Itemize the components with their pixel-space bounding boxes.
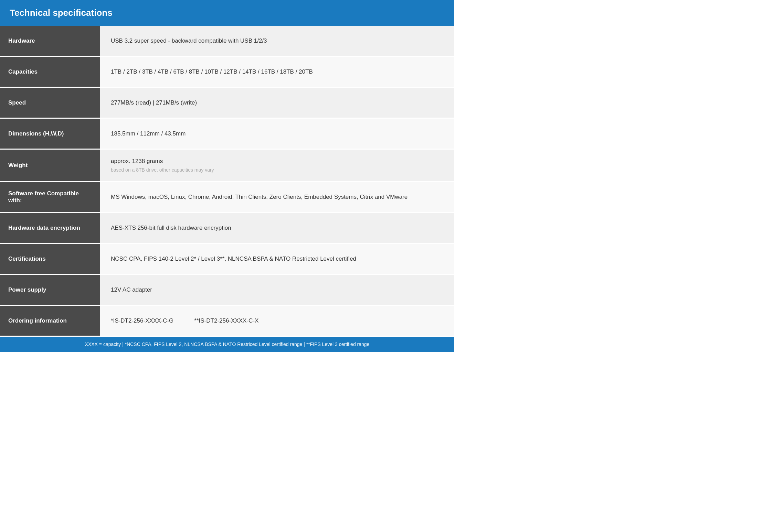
label-certifications: Certifications	[0, 244, 100, 274]
ordering-col2: **IS-DT2-256-XXXX-C-X	[194, 317, 258, 324]
value-capacities: 1TB / 2TB / 3TB / 4TB / 6TB / 8TB / 10TB…	[100, 57, 454, 87]
value-main-power: 12V AC adapter	[111, 286, 152, 294]
specs-row-ordering: Ordering information*IS-DT2-256-XXXX-C-G…	[0, 306, 454, 337]
page-title: Technical specifications	[10, 8, 113, 18]
value-power: 12V AC adapter	[100, 275, 454, 305]
value-speed: 277MB/s (read) | 271MB/s (write)	[100, 88, 454, 118]
value-encryption: AES-XTS 256-bit full disk hardware encry…	[100, 213, 454, 243]
value-certifications: NCSC CPA, FIPS 140-2 Level 2* / Level 3*…	[100, 244, 454, 274]
label-encryption: Hardware data encryption	[0, 213, 100, 243]
specs-row-hardware: HardwareUSB 3.2 super speed - backward c…	[0, 26, 454, 57]
value-hardware: USB 3.2 super speed - backward compatibl…	[100, 26, 454, 56]
value-main-weight: approx. 1238 grams	[111, 157, 214, 165]
ordering-col1: *IS-DT2-256-XXXX-C-G	[111, 317, 173, 324]
specs-row-certifications: CertificationsNCSC CPA, FIPS 140-2 Level…	[0, 244, 454, 275]
specs-row-dimensions: Dimensions (H,W,D)185.5mm / 112mm / 43.5…	[0, 119, 454, 150]
label-hardware: Hardware	[0, 26, 100, 56]
value-main-software: MS Windows, macOS, Linux, Chrome, Androi…	[111, 193, 408, 201]
ordering-values: *IS-DT2-256-XXXX-C-G**IS-DT2-256-XXXX-C-…	[111, 317, 258, 324]
value-weight: approx. 1238 gramsbased on a 8TB drive, …	[100, 150, 454, 181]
value-main-hardware: USB 3.2 super speed - backward compatibl…	[111, 37, 267, 45]
label-ordering: Ordering information	[0, 306, 100, 336]
label-dimensions: Dimensions (H,W,D)	[0, 119, 100, 149]
specs-row-software: Software free Compatible with:MS Windows…	[0, 182, 454, 213]
footer-text: XXXX = capacity | *NCSC CPA, FIPS Level …	[85, 341, 370, 347]
value-main-capacities: 1TB / 2TB / 3TB / 4TB / 6TB / 8TB / 10TB…	[111, 68, 313, 76]
header: Technical specifications	[0, 0, 454, 26]
specs-row-capacities: Capacities1TB / 2TB / 3TB / 4TB / 6TB / …	[0, 57, 454, 88]
specs-row-speed: Speed277MB/s (read) | 271MB/s (write)	[0, 88, 454, 119]
value-dimensions: 185.5mm / 112mm / 43.5mm	[100, 119, 454, 149]
page-container: Technical specifications HardwareUSB 3.2…	[0, 0, 454, 352]
label-speed: Speed	[0, 88, 100, 118]
value-ordering: *IS-DT2-256-XXXX-C-G**IS-DT2-256-XXXX-C-…	[100, 306, 454, 336]
specs-row-weight: Weightapprox. 1238 gramsbased on a 8TB d…	[0, 150, 454, 182]
specs-body: HardwareUSB 3.2 super speed - backward c…	[0, 26, 454, 337]
value-main-dimensions: 185.5mm / 112mm / 43.5mm	[111, 130, 186, 138]
specs-row-power: Power supply12V AC adapter	[0, 275, 454, 306]
label-weight: Weight	[0, 150, 100, 181]
footer: XXXX = capacity | *NCSC CPA, FIPS Level …	[0, 337, 454, 352]
value-main-encryption: AES-XTS 256-bit full disk hardware encry…	[111, 224, 231, 232]
value-main-speed: 277MB/s (read) | 271MB/s (write)	[111, 99, 197, 107]
value-software: MS Windows, macOS, Linux, Chrome, Androi…	[100, 182, 454, 212]
label-software: Software free Compatible with:	[0, 182, 100, 212]
label-capacities: Capacities	[0, 57, 100, 87]
value-sub-weight: based on a 8TB drive, other capacities m…	[111, 167, 214, 174]
specs-row-encryption: Hardware data encryptionAES-XTS 256-bit …	[0, 213, 454, 244]
label-power: Power supply	[0, 275, 100, 305]
value-main-certifications: NCSC CPA, FIPS 140-2 Level 2* / Level 3*…	[111, 255, 356, 263]
